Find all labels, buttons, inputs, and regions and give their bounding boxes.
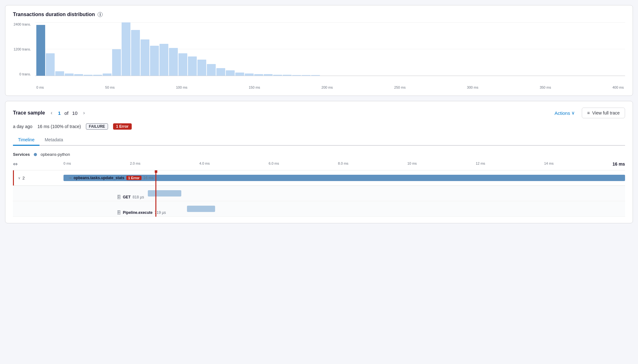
- trace-sample-panel: Trace sample ‹ 1 of 10 › Actions ∨ ≡ Vie…: [5, 101, 633, 223]
- chart-bar[interactable]: [141, 39, 149, 76]
- chart-bar[interactable]: [207, 64, 216, 76]
- x-axis-label: 100 ms: [176, 85, 187, 89]
- timeline-ticks: 0 ms2.0 ms4.0 ms6.0 ms8.0 ms10 ms12 ms14…: [63, 161, 625, 167]
- total-pages: 10: [72, 110, 78, 116]
- bars-area[interactable]: [35, 22, 625, 76]
- view-trace-icon: ≡: [587, 110, 590, 115]
- actions-button[interactable]: Actions ∨: [551, 108, 578, 118]
- trace-row: ∨ 2 ⇝ opbeans.tasks.update_stats 1 Error…: [13, 170, 625, 186]
- span-error-badge: 1 Error: [126, 176, 141, 180]
- chart-bar[interactable]: [188, 56, 197, 76]
- x-axis-label: 0 ms: [36, 85, 44, 89]
- trace-row-bar: ⇝ opbeans.tasks.update_stats 1 Error 16 …: [63, 170, 625, 185]
- chart-bar[interactable]: [169, 48, 178, 76]
- trace-actions-group: Actions ∨ ≡ View full trace: [551, 108, 625, 118]
- time-ago: a day ago: [13, 124, 33, 129]
- chart-bar[interactable]: [122, 22, 130, 76]
- chart-bar[interactable]: [264, 74, 273, 76]
- x-axis-label: 350 ms: [540, 85, 551, 89]
- chart-bar[interactable]: [245, 73, 254, 76]
- trace-title: Trace sample: [13, 110, 45, 116]
- y-label-mid: 1200 trans.: [14, 47, 31, 51]
- prev-page-button[interactable]: ‹: [49, 109, 54, 116]
- y-label-top: 2400 trans.: [14, 22, 31, 26]
- trace-row-bar: 🗄 GET 818 µs: [63, 186, 625, 201]
- chart-bar[interactable]: [65, 73, 74, 76]
- trace-header: Trace sample ‹ 1 of 10 › Actions ∨ ≡ Vie…: [13, 108, 625, 118]
- chart-bar[interactable]: [254, 74, 263, 76]
- next-page-button[interactable]: ›: [81, 109, 87, 116]
- chart-bar[interactable]: [84, 75, 93, 76]
- error-badge: 1 Error: [113, 123, 132, 130]
- chart-bar[interactable]: [273, 75, 282, 76]
- span-type-icon: ⇝: [69, 176, 72, 180]
- trace-row: 🗄 Pipeline.execute 719 µs: [13, 201, 625, 217]
- chart-bar[interactable]: [197, 60, 206, 76]
- trace-title-group: Trace sample ‹ 1 of 10 ›: [13, 109, 87, 116]
- chart-bar[interactable]: [178, 53, 187, 76]
- chart-info-icon[interactable]: ℹ: [98, 12, 103, 17]
- chart-bar[interactable]: [93, 75, 102, 76]
- trace-meta: a day ago 16 ms (100% of trace) FAILURE …: [13, 123, 625, 130]
- trace-row-bar: 🗄 Pipeline.execute 719 µs: [63, 201, 625, 216]
- services-label: Services: [13, 152, 30, 157]
- timeline-header: ⇔ 0 ms2.0 ms4.0 ms6.0 ms8.0 ms10 ms12 ms…: [13, 161, 625, 170]
- chart-bar[interactable]: [46, 53, 55, 76]
- chart-bar[interactable]: [150, 46, 159, 76]
- timeline-tick: 2.0 ms: [130, 161, 140, 167]
- actions-chevron-icon: ∨: [571, 110, 575, 116]
- x-axis-label: 400 ms: [612, 85, 624, 89]
- span-label: 🗄 Pipeline.execute 719 µs: [63, 210, 625, 215]
- chart-bar[interactable]: [55, 71, 64, 76]
- actions-label: Actions: [555, 110, 570, 116]
- tab-timeline[interactable]: Timeline: [13, 135, 39, 146]
- chart-bar[interactable]: [311, 75, 320, 76]
- span-label: 🗄 GET 818 µs: [63, 195, 625, 200]
- tab-metadata[interactable]: Metadata: [39, 135, 68, 146]
- timeline-tick: 4.0 ms: [199, 161, 210, 167]
- timeline-tick-end: 16 ms: [612, 161, 625, 167]
- span-duration: 818 µs: [133, 195, 144, 199]
- timeline: ⇔ 0 ms2.0 ms4.0 ms6.0 ms8.0 ms10 ms12 ms…: [13, 161, 625, 217]
- view-full-trace-button[interactable]: ≡ View full trace: [582, 108, 625, 118]
- timeline-tick: 10 ms: [407, 161, 417, 167]
- chart-bar[interactable]: [103, 73, 111, 76]
- timeline-left-col: ⇔: [13, 161, 63, 167]
- view-trace-label: View full trace: [592, 110, 620, 115]
- chart-bar[interactable]: [292, 75, 301, 76]
- chart-bar[interactable]: [160, 44, 168, 76]
- span-label: ⇝ opbeans.tasks.update_stats 1 Error 16 …: [66, 176, 156, 180]
- chart-bar[interactable]: [112, 49, 121, 76]
- span-name: opbeans.tasks.update_stats: [74, 176, 124, 180]
- chart-bar[interactable]: [302, 75, 310, 76]
- bars-wrapper: [35, 22, 625, 76]
- span-duration: 16 ms: [143, 176, 154, 180]
- chart-title-row: Transactions duration distribution ℹ: [13, 12, 625, 17]
- timeline-tick: 14 ms: [544, 161, 554, 167]
- chart-bar[interactable]: [131, 30, 140, 76]
- y-axis: 2400 trans. 1200 trans. 0 trans.: [13, 22, 33, 76]
- chart-bar[interactable]: [283, 75, 292, 76]
- chart-bar[interactable]: [226, 70, 235, 76]
- service-name: opbeans-python: [41, 152, 70, 157]
- services-row: Services opbeans-python: [13, 152, 625, 157]
- error-indicator: [13, 170, 14, 185]
- chart-bar[interactable]: [216, 68, 225, 76]
- timeline-tick: 12 ms: [476, 161, 485, 167]
- distribution-chart-panel: Transactions duration distribution ℹ 240…: [5, 5, 633, 96]
- x-axis-label: 300 ms: [467, 85, 478, 89]
- of-label: of: [64, 110, 69, 116]
- timeline-rows: ∨ 2 ⇝ opbeans.tasks.update_stats 1 Error…: [13, 170, 625, 217]
- timeline-scale-icon: ⇔: [13, 161, 18, 167]
- x-axis-label: 50 ms: [105, 85, 115, 89]
- chart-bar[interactable]: [235, 73, 244, 76]
- chart-bar[interactable]: [36, 25, 45, 76]
- service-dot-icon: [34, 153, 37, 156]
- error-marker-line: [155, 170, 156, 217]
- timeline-tick: 6.0 ms: [269, 161, 279, 167]
- x-axis-label: 150 ms: [249, 85, 260, 89]
- tabs: Timeline Metadata: [13, 135, 625, 146]
- error-marker-dot: [155, 170, 157, 173]
- chart-bar[interactable]: [74, 74, 83, 76]
- expand-icon[interactable]: ∨: [18, 176, 21, 180]
